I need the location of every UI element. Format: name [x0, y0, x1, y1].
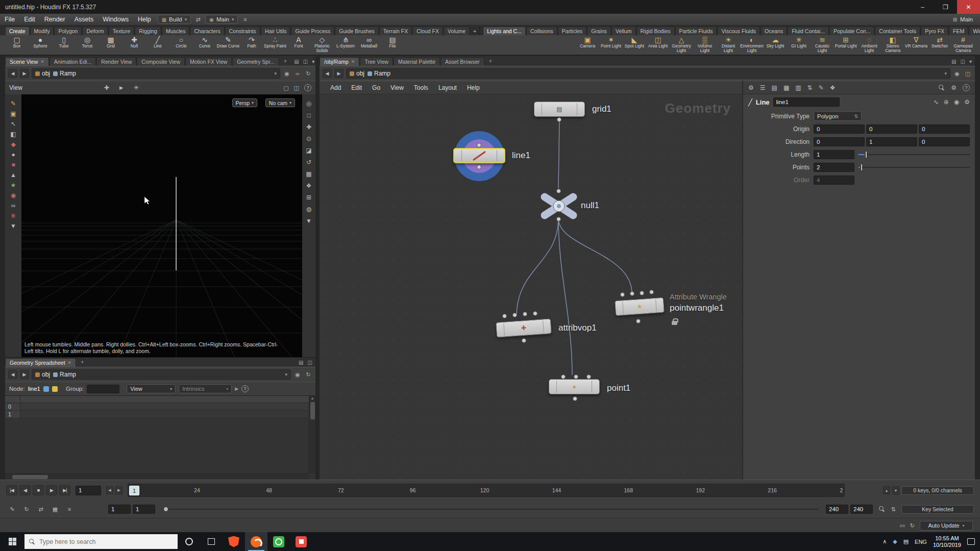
forward-button[interactable]: ▶ — [20, 370, 29, 379]
table-row[interactable]: 0 — [5, 403, 315, 411]
scene-options-icon[interactable]: ≡ — [240, 16, 250, 22]
viewport-tool-icon[interactable]: ◆ — [11, 141, 15, 148]
shelf-tab[interactable]: Container Tools — [875, 27, 920, 35]
new-tab-button[interactable]: ＋ — [280, 57, 291, 66]
shelf-tool[interactable]: A Font — [287, 35, 310, 55]
param-toolbar-icon[interactable]: ▥ — [795, 84, 801, 91]
shelf-tab[interactable]: Fluid Contai... — [788, 27, 829, 35]
direction-y-input[interactable] — [866, 137, 917, 146]
viewport-tool-icon[interactable]: ▼ — [10, 223, 16, 230]
tab-composite-view[interactable]: Composite View — [137, 57, 185, 66]
back-button[interactable]: ◀ — [8, 370, 17, 379]
tab-motion-fx-view[interactable]: Motion FX View — [185, 57, 232, 66]
viewport-tool-icon[interactable]: ● — [11, 152, 15, 158]
tab-animation-editor[interactable]: Animation Edi... — [50, 57, 96, 66]
chevron-down-icon[interactable]: ▾ — [969, 59, 972, 64]
shelf-tab[interactable]: Lights and C... — [483, 27, 526, 35]
auto-update-button[interactable]: Auto Update▾ — [920, 521, 973, 531]
shelf-tool[interactable]: ◇ Platonic Solids — [310, 35, 334, 55]
shelf-tool[interactable]: ✎ Draw Curve — [216, 35, 240, 55]
display-option-icon[interactable]: ◪ — [306, 147, 311, 154]
display-option-icon[interactable]: ◎ — [306, 101, 311, 107]
shelf-tool[interactable]: ⋔ L-System — [334, 35, 357, 55]
start-button[interactable] — [0, 532, 24, 551]
split-pane-icon[interactable]: ◫ — [961, 59, 965, 64]
expand-icon[interactable]: ⊕ — [944, 98, 949, 106]
menu-item[interactable]: Assets — [70, 14, 99, 25]
task-view-button[interactable] — [200, 532, 223, 551]
param-toolbar-icon[interactable]: ⚙ — [748, 84, 754, 91]
viewport-tool-icon[interactable]: ▣ — [10, 111, 16, 117]
refresh-icon[interactable]: ↻ — [304, 371, 312, 378]
points-slider[interactable] — [859, 163, 970, 172]
param-toolbar-icon[interactable]: ▦ — [783, 84, 789, 91]
clock[interactable]: 10:55 AM 10/10/2019 — [933, 535, 961, 548]
notification-icon[interactable] — [967, 538, 975, 545]
shelf-tab[interactable]: Guide Process — [291, 27, 334, 35]
chevron-down-icon[interactable]: ▾ — [944, 71, 947, 76]
range-start-input[interactable] — [108, 505, 131, 514]
shelf-tab[interactable]: Characters — [190, 27, 224, 35]
shelf-tool[interactable]: ◎ Torus — [76, 35, 99, 55]
primitive-type-select[interactable]: Polygon⇅ — [814, 111, 862, 121]
node-connector[interactable] — [533, 311, 537, 316]
shelf-tab[interactable]: Wires — [969, 27, 980, 35]
view-dropdown[interactable]: View▾ — [127, 384, 176, 393]
select-mode-icon[interactable]: ► — [118, 84, 125, 91]
display-option-icon[interactable]: ✚ — [306, 124, 311, 131]
viewport-tool-icon[interactable]: ◉ — [11, 192, 16, 199]
desktop-swap-icon[interactable]: ⇄ — [193, 16, 203, 23]
display-option-icon[interactable]: ⊙ — [306, 136, 311, 142]
message-log-icon[interactable]: ▭ — [899, 522, 904, 529]
shelf-tab[interactable]: Constraints — [225, 27, 260, 35]
shelf-tab[interactable]: Populate Con... — [829, 27, 874, 35]
node-connector[interactable] — [586, 374, 591, 379]
tab-tree-view[interactable]: Tree View — [360, 57, 393, 66]
playbar-options-icon[interactable]: ✎ — [6, 505, 18, 514]
viewport-tool-icon[interactable]: ∞ — [11, 203, 16, 209]
direction-z-input[interactable] — [919, 137, 970, 146]
range-slider[interactable] — [162, 505, 819, 514]
minimize-button[interactable]: – — [911, 0, 934, 14]
origin-x-input[interactable] — [814, 124, 865, 134]
network-menu-item[interactable]: Go — [368, 84, 385, 91]
shelf-tool[interactable]: ✚ Null — [122, 35, 146, 55]
pane-layout-icon[interactable]: ▢ — [283, 85, 288, 91]
chart-icon[interactable]: ∿ — [934, 98, 939, 106]
close-button[interactable]: ✕ — [957, 0, 980, 14]
close-tab-icon[interactable]: ✕ — [40, 59, 44, 64]
forward-button[interactable]: ▶ — [334, 69, 344, 78]
node-connector[interactable] — [573, 396, 577, 401]
cook-icon[interactable]: ↻ — [910, 522, 915, 529]
points-mode-icon[interactable] — [43, 386, 49, 392]
shelf-tool[interactable]: △ Geometry Light — [670, 35, 693, 55]
node-connector[interactable] — [556, 189, 561, 193]
tab-scene-view[interactable]: Scene View ✕ — [5, 57, 49, 66]
shelf-tool[interactable]: ↷ Path — [240, 35, 263, 55]
pin-icon[interactable]: ◉ — [953, 70, 961, 77]
taskbar-search[interactable] — [24, 534, 178, 549]
shelf-tool[interactable]: ∴ Spray Paint — [263, 35, 287, 55]
menu-item[interactable]: Help — [133, 14, 156, 25]
shelf-tab[interactable]: Volume — [444, 27, 470, 35]
shelf-tab[interactable]: FEM — [949, 27, 968, 35]
zoom-playbar-icon[interactable] — [879, 506, 885, 512]
breadcrumb-obj[interactable]: obj — [350, 70, 364, 77]
tray-expand-icon[interactable]: ∧ — [883, 538, 887, 545]
node-connector[interactable] — [556, 217, 561, 221]
node-connector[interactable] — [574, 374, 578, 379]
tray-network-icon[interactable]: ▤ — [903, 538, 909, 545]
shelf-tab[interactable]: Muscles — [162, 27, 190, 35]
pin-icon[interactable]: ◉ — [293, 371, 302, 378]
path-field[interactable]: obj Ramp ▾ — [346, 68, 950, 79]
node-name-input[interactable] — [773, 97, 840, 107]
go-to-end-button[interactable]: ▶| — [59, 485, 70, 495]
snap-icon[interactable]: ✳ — [134, 84, 139, 91]
breadcrumb-ramp[interactable]: Ramp — [53, 371, 76, 378]
new-tab-button[interactable]: ＋ — [485, 57, 497, 66]
handles-icon[interactable]: ✚ — [104, 84, 109, 91]
range-handle[interactable] — [163, 507, 168, 512]
breadcrumb-ramp[interactable]: Ramp — [53, 70, 76, 77]
node-connector[interactable] — [636, 319, 641, 323]
shelf-tool[interactable]: ⇄ Switcher — [928, 35, 951, 55]
